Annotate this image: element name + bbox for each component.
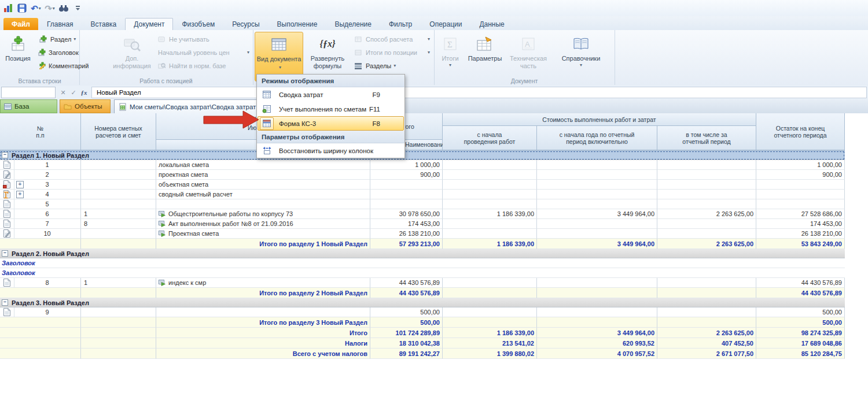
total-row[interactable]: Итого по разделу 2 Новый Раздел44 430 57…	[0, 288, 845, 298]
cell[interactable]	[537, 317, 657, 328]
cell[interactable]: 9	[0, 307, 81, 317]
undo-button[interactable]: ↶▾	[30, 2, 42, 14]
calc-method-button[interactable]: Способ расчета ▾	[351, 32, 432, 46]
cell[interactable]	[443, 229, 537, 239]
cell[interactable]	[81, 239, 156, 249]
cell[interactable]: 3 449 964,00	[537, 209, 657, 219]
totals-button[interactable]: Σ Итоги ▾	[436, 32, 464, 81]
find-button[interactable]	[58, 2, 69, 14]
technical-part-button[interactable]: A Техническая часть	[505, 32, 552, 81]
cell[interactable]	[657, 190, 756, 199]
cell[interactable]: объектная смета	[156, 180, 370, 190]
cell[interactable]: 8	[81, 219, 156, 229]
cell[interactable]: 2 671 077,50	[657, 348, 756, 359]
cell[interactable]	[756, 199, 845, 209]
cell[interactable]: 500,00	[756, 307, 845, 317]
cell[interactable]: 1	[81, 209, 156, 219]
cell[interactable]: 27 528 686,00	[756, 209, 845, 219]
cell[interactable]	[537, 278, 657, 288]
cell[interactable]	[443, 199, 537, 209]
ribbon-tab-resources[interactable]: Ресурсы	[223, 18, 268, 30]
ribbon-tab-filter[interactable]: Фильтр	[380, 18, 421, 30]
cell[interactable]	[370, 190, 443, 199]
ribbon-tab-document[interactable]: Документ	[125, 18, 173, 30]
insert-function-icon[interactable]: ƒx	[79, 89, 89, 96]
cell[interactable]	[756, 190, 845, 199]
cell[interactable]: 44 430 576,89	[756, 278, 845, 288]
table-row[interactable]: 10Проектная смета26 138 210,0026 138 210…	[0, 229, 845, 239]
table-row[interactable]: 81индекс к смр44 430 576,8944 430 576,89	[0, 278, 845, 288]
total-row[interactable]: Итого по разделу 1 Новый Раздел57 293 21…	[0, 239, 845, 249]
cell[interactable]	[657, 180, 756, 190]
cell[interactable]: 53 843 249,00	[756, 239, 845, 249]
cell[interactable]	[537, 160, 657, 170]
table-row[interactable]: +3объектная смета	[0, 180, 845, 190]
cell[interactable]	[443, 278, 537, 288]
cell[interactable]	[0, 328, 81, 338]
table-row[interactable]: 5	[0, 199, 845, 209]
cell[interactable]	[537, 199, 657, 209]
cell[interactable]: 5	[0, 199, 81, 209]
sections-button[interactable]: Разделы ▾	[351, 59, 432, 72]
cell[interactable]	[537, 307, 657, 317]
cell[interactable]: 1 399 880,02	[443, 348, 537, 359]
cell[interactable]	[81, 229, 156, 239]
ignore-position-button[interactable]: Не учитывать	[155, 32, 252, 46]
total-row[interactable]: Итого101 724 289,891 186 339,003 449 964…	[0, 328, 845, 338]
cell[interactable]	[81, 338, 156, 348]
cell[interactable]: 3 449 964,00	[537, 239, 657, 249]
cell[interactable]	[657, 199, 756, 209]
table-row[interactable]: 78Акт выполненных работ №8 от 21.09.2016…	[0, 219, 845, 229]
cell[interactable]: Акт выполненных работ №8 от 21.09.2016	[156, 219, 370, 229]
cell[interactable]: 8	[0, 278, 81, 288]
ribbon-tab-data[interactable]: Данные	[470, 18, 513, 30]
cell[interactable]	[81, 328, 156, 338]
header-num[interactable]: №п.п	[0, 113, 81, 150]
cell[interactable]	[537, 170, 657, 180]
cell[interactable]: 89 191 242,27	[370, 348, 443, 359]
section-row[interactable]: −Раздел 3. Новый Раздел	[0, 298, 845, 307]
cell[interactable]: 26 138 210,00	[370, 229, 443, 239]
cell[interactable]: 407 452,50	[657, 338, 756, 348]
name-box[interactable]	[1, 87, 56, 98]
cell[interactable]: 1	[81, 278, 156, 288]
cell[interactable]: 10	[0, 229, 81, 239]
cell[interactable]	[756, 180, 845, 190]
extra-info-button[interactable]: Доп. информация	[111, 32, 153, 81]
cell[interactable]	[81, 199, 156, 209]
cell[interactable]: Проектная смета	[156, 229, 370, 239]
cell[interactable]: 44 430 576,89	[370, 278, 443, 288]
expand-icon[interactable]: +	[16, 191, 24, 198]
cell[interactable]	[0, 317, 81, 328]
cell[interactable]	[443, 170, 537, 180]
tab-objects[interactable]: Объекты	[60, 99, 111, 113]
cell[interactable]: 900,00	[756, 170, 845, 180]
cell[interactable]: +3	[0, 180, 81, 190]
header-remainder[interactable]: Остаток на конецотчетного периода	[756, 113, 845, 150]
total-row[interactable]: Налоги18 310 042,38213 541,02620 993,524…	[0, 338, 845, 348]
collapse-icon[interactable]: −	[2, 152, 8, 158]
cell[interactable]: 174 453,00	[370, 219, 443, 229]
add-comment-button[interactable]: Комментарий	[36, 59, 79, 72]
ribbon-tab-execution[interactable]: Выполнение	[269, 18, 326, 30]
cell[interactable]	[443, 190, 537, 199]
cell[interactable]	[443, 180, 537, 190]
cell[interactable]	[81, 348, 156, 359]
save-button[interactable]	[16, 2, 28, 14]
cell[interactable]: 213 541,02	[443, 338, 537, 348]
cell[interactable]	[537, 219, 657, 229]
redo-button[interactable]: ↷▾	[44, 2, 56, 14]
cell[interactable]: 174 453,00	[756, 219, 845, 229]
cell[interactable]: 2 263 625,00	[657, 209, 756, 219]
cell[interactable]	[0, 338, 81, 348]
header-estimate-numbers[interactable]: Номера сметныхрасчетов и смет	[81, 113, 156, 150]
tab-base[interactable]: База	[0, 99, 57, 113]
cell[interactable]: 57 293 213,00	[370, 239, 443, 249]
cell[interactable]	[81, 190, 156, 199]
cell[interactable]: 18 310 042,38	[370, 338, 443, 348]
section-row[interactable]: −Раздел 1. Новый Раздел	[0, 151, 845, 160]
cell[interactable]: Итого по разделу 3 Новый Раздел	[156, 317, 370, 328]
reference-books-button[interactable]: Справочники ▾	[554, 32, 608, 81]
customize-qat-button[interactable]	[72, 2, 83, 14]
cell[interactable]: 98 274 325,89	[756, 328, 845, 338]
